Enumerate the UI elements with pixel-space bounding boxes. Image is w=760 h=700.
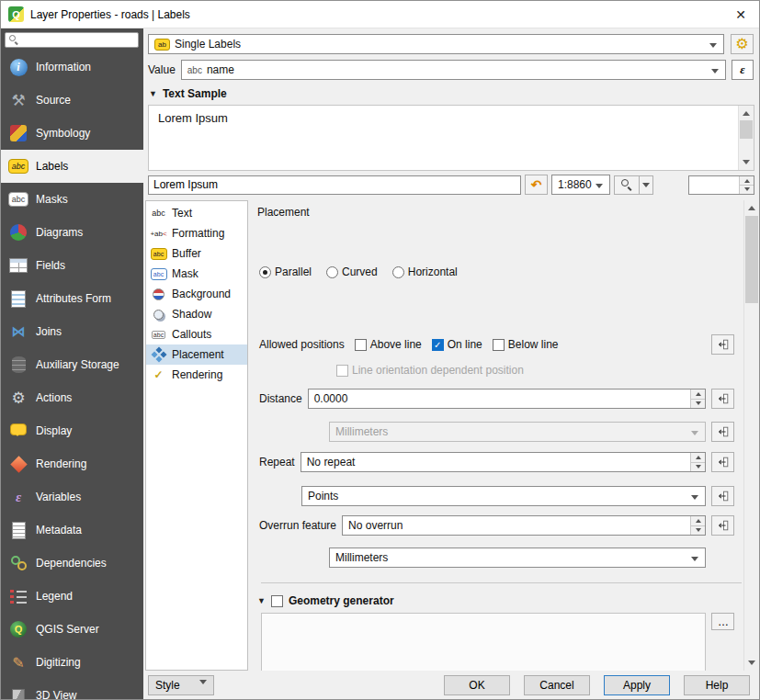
sidebar: Information Source Symbology Labels Mask… <box>1 28 143 699</box>
tab-background[interactable]: Background <box>146 284 247 304</box>
data-defined-override-icon <box>717 490 730 502</box>
repeat-spinbox[interactable]: No repeat <box>301 452 706 472</box>
scroll-down-button[interactable] <box>739 156 754 170</box>
map-scale-tool-button[interactable] <box>614 175 653 195</box>
overrun-spinbox[interactable]: No overrun <box>342 515 706 536</box>
sidebar-item-3d-view[interactable]: 3D View <box>1 679 143 699</box>
sample-text-input[interactable] <box>148 175 521 195</box>
tab-callouts[interactable]: Callouts <box>146 324 247 344</box>
scrollbar-thumb[interactable] <box>740 120 753 139</box>
auto-placement-settings-button[interactable]: ⚙ <box>731 34 754 54</box>
scrollbar-track[interactable] <box>744 214 759 657</box>
sidebar-item-symbology[interactable]: Symbology <box>1 117 143 150</box>
cancel-button[interactable]: Cancel <box>524 675 590 695</box>
symbology-icon <box>7 122 29 144</box>
apply-button[interactable]: Apply <box>604 675 670 695</box>
data-defined-override-icon <box>717 338 730 351</box>
sidebar-item-masks[interactable]: Masks <box>1 183 143 216</box>
distance-spinbox[interactable]: 0.0000 <box>308 389 706 409</box>
close-button[interactable]: ✕ <box>724 2 757 28</box>
spin-down-button[interactable] <box>739 185 754 194</box>
tab-mask[interactable]: Mask <box>146 264 247 284</box>
masks-icon <box>7 188 29 210</box>
scrollbar-track[interactable] <box>739 119 754 156</box>
preview-option-spinbox[interactable] <box>688 175 754 195</box>
tab-rendering[interactable]: Rendering <box>146 365 247 385</box>
diagrams-icon <box>7 221 29 243</box>
repeat-unit-override-button[interactable] <box>711 486 734 506</box>
distance-override-button[interactable] <box>711 389 734 409</box>
callouts-tab-icon <box>150 327 167 343</box>
reset-sample-button[interactable]: ↶ <box>525 175 548 195</box>
overrun-unit-select[interactable]: Millimeters <box>329 548 706 568</box>
sidebar-item-rendering[interactable]: Rendering <box>1 447 143 480</box>
sidebar-item-information[interactable]: Information <box>1 51 143 84</box>
sidebar-item-qgis-server[interactable]: QGIS Server <box>1 613 143 646</box>
sidebar-item-joins[interactable]: Joins <box>1 315 143 348</box>
spinner <box>690 516 705 535</box>
sidebar-item-display[interactable]: Display <box>1 414 143 447</box>
tab-placement[interactable]: Placement <box>146 344 247 365</box>
geometry-generator-checkbox[interactable] <box>271 595 283 607</box>
sidebar-item-source[interactable]: Source <box>1 84 143 117</box>
scroll-up-button[interactable] <box>744 200 759 214</box>
checkbox-below-line[interactable]: Below line <box>493 338 559 351</box>
expression-builder-button[interactable]: ε <box>732 60 754 80</box>
label-mode-select[interactable]: Single Labels <box>148 34 724 54</box>
help-button[interactable]: Help <box>684 675 750 695</box>
spin-down-button[interactable] <box>690 462 705 472</box>
distance-unit-override-button[interactable] <box>711 422 734 442</box>
tab-buffer[interactable]: Buffer <box>146 243 247 264</box>
repeat-override-button[interactable] <box>711 452 734 472</box>
allowed-positions-override-button[interactable] <box>711 334 734 355</box>
sidebar-item-metadata[interactable]: Metadata <box>1 514 143 547</box>
tab-shadow[interactable]: Shadow <box>146 304 247 324</box>
tab-text[interactable]: Text <box>146 203 247 223</box>
sidebar-item-diagrams[interactable]: Diagrams <box>1 216 143 249</box>
ok-button[interactable]: OK <box>444 675 510 695</box>
information-icon <box>7 56 29 78</box>
spin-up-button[interactable] <box>690 390 705 399</box>
undo-icon: ↶ <box>531 178 542 191</box>
scrollbar-thumb[interactable] <box>745 216 758 303</box>
radio-horizontal[interactable]: Horizontal <box>392 265 458 278</box>
spin-up-button[interactable] <box>690 516 705 525</box>
radio-curved[interactable]: Curved <box>326 265 378 278</box>
sidebar-search-input[interactable] <box>23 35 134 46</box>
preview-scale-combo[interactable]: 1:8860 <box>551 175 610 195</box>
scroll-down-button[interactable] <box>744 657 759 671</box>
distance-label: Distance <box>259 392 302 405</box>
sidebar-item-digitizing[interactable]: Digitizing <box>1 646 143 679</box>
sidebar-item-fields[interactable]: Fields <box>1 249 143 282</box>
scroll-up-button[interactable] <box>739 106 754 119</box>
sidebar-item-actions[interactable]: Actions <box>1 381 143 414</box>
overrun-override-button[interactable] <box>711 515 734 536</box>
tab-formatting[interactable]: Formatting <box>146 223 247 243</box>
spin-down-button[interactable] <box>690 525 705 536</box>
sidebar-search-box[interactable] <box>5 32 139 48</box>
dropdown-arrow-icon[interactable] <box>639 176 652 194</box>
geometry-generator-header[interactable]: ▼ Geometry generator <box>257 594 743 607</box>
spin-down-button[interactable] <box>690 399 705 409</box>
radio-parallel[interactable]: Parallel <box>259 265 312 278</box>
sidebar-item-legend[interactable]: Legend <box>1 580 143 613</box>
search-icon <box>9 35 19 45</box>
sidebar-item-labels[interactable]: Labels <box>1 150 143 183</box>
arrow-up-icon <box>743 107 750 116</box>
style-menu-button[interactable]: Style <box>148 675 214 695</box>
titlebar: Q Layer Properties - roads | Labels ✕ <box>1 1 759 28</box>
distance-row: Distance 0.0000 <box>259 389 743 409</box>
spin-up-button[interactable] <box>739 176 754 185</box>
sidebar-item-dependencies[interactable]: Dependencies <box>1 547 143 580</box>
sidebar-item-auxiliary-storage[interactable]: Auxiliary Storage <box>1 348 143 381</box>
sidebar-item-attributes-form[interactable]: Attributes Form <box>1 282 143 315</box>
sidebar-item-variables[interactable]: Variables <box>1 480 143 514</box>
value-field-select[interactable]: abc name <box>181 60 726 80</box>
geometry-expression-button[interactable]: … <box>711 613 734 630</box>
text-sample-section-header[interactable]: ▼ Text Sample <box>149 87 759 100</box>
repeat-unit-select[interactable]: Points <box>301 486 706 506</box>
spin-up-button[interactable] <box>690 453 705 462</box>
checkbox-above-line[interactable]: Above line <box>355 338 422 351</box>
checkbox-on-line[interactable]: On line <box>432 338 482 351</box>
geometry-expression-area[interactable] <box>261 613 706 671</box>
